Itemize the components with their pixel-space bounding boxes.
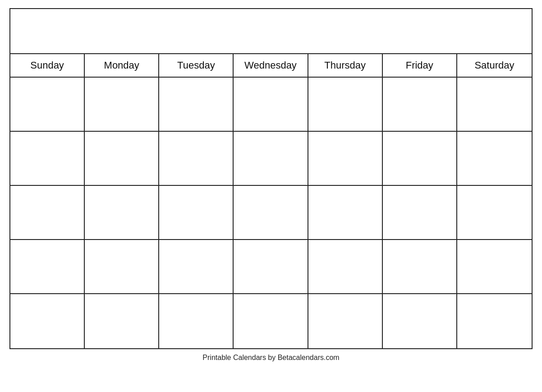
day-sunday: Sunday [10,54,85,77]
day-monday: Monday [85,54,159,77]
calendar-cell-r1c6 [383,78,457,132]
calendar-cell-r5c6 [383,294,457,348]
day-saturday: Saturday [457,54,532,77]
calendar-cell-r2c5 [308,132,383,186]
calendar-cell-r5c5 [308,294,383,348]
calendar-cell-r4c7 [457,240,532,294]
calendar-cell-r1c7 [457,78,532,132]
calendar-cell-r1c1 [10,78,85,132]
calendar-cell-r2c6 [383,132,457,186]
calendar-body [10,78,532,348]
calendar-cell-r2c7 [457,132,532,186]
calendar-cell-r1c4 [234,78,308,132]
calendar-cell-r3c5 [308,186,383,240]
calendar-cell-r2c3 [159,132,234,186]
calendar-cell-r3c2 [85,186,159,240]
calendar-cell-r4c3 [159,240,234,294]
day-friday: Friday [383,54,457,77]
calendar-cell-r3c4 [234,186,308,240]
calendar-cell-r2c2 [85,132,159,186]
calendar-cell-r1c5 [308,78,383,132]
calendar-cell-r3c6 [383,186,457,240]
calendar-cell-r2c4 [234,132,308,186]
calendar-cell-r1c2 [85,78,159,132]
footer-label: Printable Calendars by Betacalendars.com [202,354,339,362]
calendar-cell-r5c7 [457,294,532,348]
calendar-cell-r3c1 [10,186,85,240]
day-wednesday: Wednesday [234,54,308,77]
calendar-title-area [10,9,532,54]
calendar-cell-r4c1 [10,240,85,294]
day-thursday: Thursday [308,54,383,77]
calendar-cell-r4c4 [234,240,308,294]
calendar-cell-r4c2 [85,240,159,294]
calendar-cell-r1c3 [159,78,234,132]
calendar-cell-r5c4 [234,294,308,348]
day-tuesday: Tuesday [159,54,234,77]
calendar-cell-r5c1 [10,294,85,348]
calendar-cell-r5c3 [159,294,234,348]
calendar-cell-r4c5 [308,240,383,294]
calendar-cell-r3c7 [457,186,532,240]
calendar-header: Sunday Monday Tuesday Wednesday Thursday… [10,54,532,78]
calendar: Sunday Monday Tuesday Wednesday Thursday… [9,8,533,349]
calendar-cell-r5c2 [85,294,159,348]
calendar-cell-r3c3 [159,186,234,240]
calendar-cell-r2c1 [10,132,85,186]
calendar-cell-r4c6 [383,240,457,294]
